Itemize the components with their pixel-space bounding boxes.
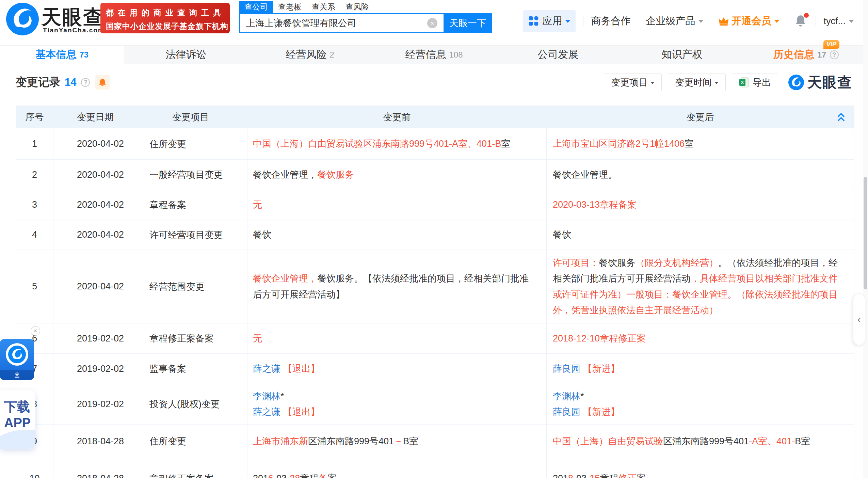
text-line: 李渊林* (553, 388, 620, 404)
excel-icon: X (739, 77, 749, 88)
text-segment: 备 (318, 473, 327, 478)
text-segment: 28 (290, 473, 300, 478)
apps-menu-button[interactable]: 应用 (523, 10, 576, 32)
text-segment (280, 407, 283, 417)
change-after: 中国（上海）自由贸易试验区浦东南路999号401-A室、401-B室 (547, 425, 854, 458)
col-header-after: 变更后 (547, 106, 854, 128)
cell-text: 餐饮企业管理。 (553, 167, 617, 182)
chevron-down-icon (714, 82, 719, 86)
table-header: 序号 变更日期 变更项目 变更前 变更后 (16, 106, 854, 128)
text-segment: 餐饮服务 (317, 170, 354, 180)
chevron-down-icon (698, 20, 703, 25)
scrollbar-thumb[interactable] (864, 177, 867, 289)
person-link[interactable]: 薛良园 (553, 364, 580, 374)
chevron-down-icon (849, 20, 854, 25)
text-segment: 餐饮企业管理。 (553, 170, 617, 180)
tab-legal[interactable]: 法律诉讼 (124, 46, 248, 64)
user-account-menu[interactable]: tycf... (823, 16, 854, 27)
tab-intellectual-property[interactable]: 知识产权 (620, 46, 744, 64)
tab-count: 17 (817, 50, 826, 60)
text-line: 餐饮企业管理，餐饮服务。【依法须经批准的项目，经相关部门批准后方可开展经营活动】 (253, 271, 533, 302)
text-line: 薛之谦 【退出】 (253, 404, 320, 420)
person-link[interactable]: 薛之谦 (253, 407, 280, 417)
text-line: 餐饮企业管理。 (553, 167, 617, 182)
person-link[interactable]: 薛之谦 (253, 364, 280, 374)
close-icon[interactable]: × (31, 326, 40, 336)
divider (638, 16, 638, 26)
text-segment: 许可项目： (553, 258, 599, 268)
help-icon[interactable]: ? (830, 50, 839, 59)
change-date: 2018-04-28 (53, 425, 135, 458)
text-line: 中国（上海）自由贸易试验区浦东南路999号401-A室、401-B室 (253, 136, 510, 152)
vip-upgrade-button[interactable]: 开通会员 (719, 14, 779, 28)
person-link[interactable]: 薛良园 (553, 407, 580, 417)
tab-basic-info[interactable]: 基本信息 73 (0, 46, 124, 64)
cell-text: 薛良园 【新进】 (553, 361, 620, 377)
text-segment: 2020-03-13章程备案 (553, 200, 637, 210)
search-tab-company[interactable]: 查公司 (239, 1, 273, 13)
tab-operating-risk[interactable]: 经营风险 2 (248, 46, 372, 64)
vip-badge: VIP (823, 40, 839, 49)
cooperation-link[interactable]: 商务合作 (591, 14, 630, 28)
text-segment: 15 (590, 473, 600, 478)
text-segment: 上海市浦东新 (253, 436, 308, 446)
tab-history-info[interactable]: VIP 历史信息 17 ? (744, 46, 868, 64)
col-header-date: 变更日期 (53, 106, 135, 128)
collapse-table-icon[interactable] (836, 112, 847, 123)
export-button[interactable]: X 导出 (732, 74, 778, 91)
help-icon[interactable]: ? (81, 78, 90, 87)
filter-change-time-button[interactable]: 变更时间 (668, 74, 726, 91)
tab-company-development[interactable]: 公司发展 (496, 46, 620, 64)
change-date: 2019-02-02 (53, 384, 135, 424)
enterprise-menu[interactable]: 企业级产品 (646, 14, 703, 28)
page: 天眼查 TianYanCha.com 都在用的商业查询工具 国家中小企业发展子基… (0, 0, 868, 478)
col-header-before: 变更前 (247, 106, 547, 128)
tab-label: 公司发展 (537, 48, 578, 62)
text-line: 薛良园 【新进】 (553, 404, 620, 420)
table-row: 62019-02-02章程修正案备案无2018-12-10章程修正案 (16, 323, 854, 353)
table-row: 52020-04-02经营范围变更餐饮企业管理，餐饮服务。【依法须经批准的项目，… (16, 250, 854, 323)
apps-label: 应用 (542, 14, 562, 28)
text-line: 餐饮企业管理，餐饮服务 (253, 167, 354, 182)
text-segment: 室 (685, 139, 694, 149)
clear-search-icon[interactable]: × (427, 18, 437, 28)
search-button[interactable]: 天眼一下 (444, 13, 492, 33)
text-segment: B室 (403, 436, 418, 446)
text-segment: 【新进】 (583, 364, 620, 374)
change-before: 无 (247, 190, 547, 220)
search-tab-boss[interactable]: 查老板 (273, 1, 307, 13)
download-app-card[interactable]: 下载 APP (0, 390, 35, 449)
search-tab-relation[interactable]: 查关系 (307, 1, 340, 13)
change-item: 章程修正案备案 (135, 458, 247, 478)
change-item: 章程修正案备案 (135, 323, 247, 353)
filter-change-item-button[interactable]: 变更项目 (604, 74, 662, 91)
text-segment: 餐饮企业管理， (253, 273, 317, 284)
tab-count: 2 (330, 50, 334, 60)
text-segment: 章程 (300, 473, 318, 478)
tab-business-info[interactable]: 经营信息 108 (372, 46, 496, 64)
change-after: 餐饮 (547, 220, 854, 250)
cell-text: 无 (253, 197, 262, 212)
text-segment: 中国（上海）自由贸易试验区浦东南路999号401-A室、401-B (253, 139, 501, 149)
text-segment: 8 (568, 473, 573, 478)
text-segment: 餐饮 (253, 229, 271, 240)
search-tab-risk[interactable]: 查风险 (340, 1, 374, 13)
notifications-button[interactable] (794, 14, 808, 28)
person-link[interactable]: 李渊林 (553, 391, 580, 401)
change-before: 餐饮 (247, 220, 547, 250)
cell-text: 2020-03-13章程备案 (553, 197, 637, 212)
text-segment: 【新进】 (583, 407, 620, 417)
change-item: 住所变更 (135, 425, 247, 458)
person-link[interactable]: 李渊林 (253, 391, 280, 401)
subscribe-bell-button[interactable] (95, 75, 110, 90)
search-input[interactable] (239, 13, 444, 33)
notification-dot (804, 13, 809, 18)
side-panel-toggle[interactable]: ‹ (853, 293, 865, 345)
app-download-icon[interactable] (0, 339, 34, 380)
cell-text: 中国（上海）自由贸易试验区浦东南路999号401-A室、401-B室 (553, 433, 810, 449)
text-segment: -03- (573, 473, 590, 478)
tianyancha-logo-icon (788, 75, 804, 90)
col-header-index: 序号 (16, 106, 53, 128)
cell-text: 2018-12-10章程修正案 (553, 331, 646, 346)
text-segment: 中国（上海）自由贸易试验 (553, 436, 663, 446)
